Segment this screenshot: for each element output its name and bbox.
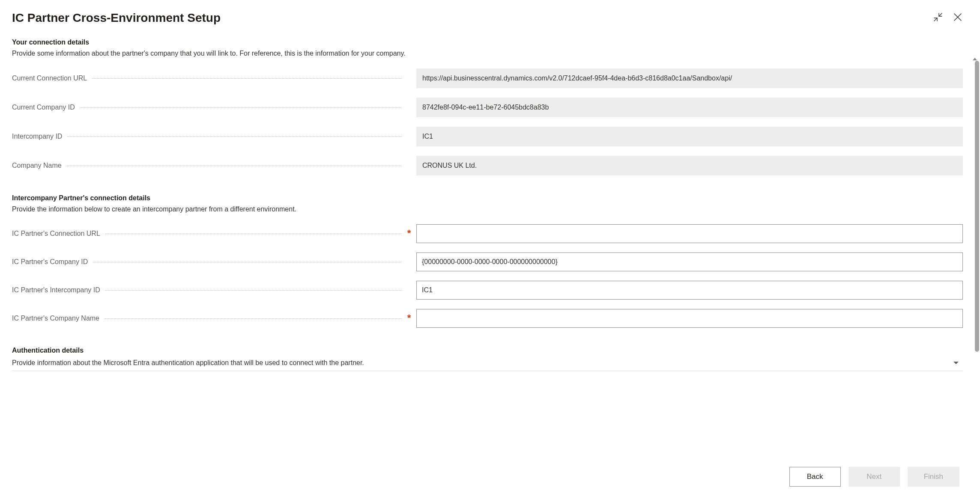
collapse-icon[interactable]: [932, 11, 944, 23]
section-title: Intercompany Partner's connection detail…: [12, 194, 963, 202]
section-your-connection: Your connection details Provide some inf…: [12, 39, 963, 175]
section-partner-connection: Intercompany Partner's connection detail…: [12, 194, 963, 328]
close-icon[interactable]: [952, 11, 964, 23]
required-mark-icon: *: [405, 312, 413, 324]
section-authentication: Authentication details Provide informati…: [12, 347, 963, 371]
value-company-name: CRONUS UK Ltd.: [416, 156, 963, 175]
scrollbar-thumb[interactable]: [975, 61, 979, 352]
next-button: Next: [849, 467, 900, 487]
label-partner-company-id: IC Partner's Company ID: [12, 258, 90, 266]
input-partner-company-name[interactable]: [416, 309, 963, 328]
value-current-company-id: 8742fe8f-094c-ee11-be72-6045bdc8a83b: [416, 98, 963, 117]
value-current-connection-url: https://api.businesscentral.dynamics.com…: [416, 68, 963, 88]
label-partner-connection-url: IC Partner's Connection URL: [12, 230, 103, 238]
section-title: Your connection details: [12, 39, 963, 46]
label-partner-intercompany-id: IC Partner's Intercompany ID: [12, 286, 103, 294]
value-intercompany-id: IC1: [416, 127, 963, 146]
page-title: IC Partner Cross-Environment Setup: [12, 11, 221, 25]
section-desc: Provide the information below to create …: [12, 205, 963, 213]
label-current-connection-url: Current Connection URL: [12, 74, 90, 82]
required-mark-icon: *: [405, 228, 413, 239]
section-desc: Provide information about the Microsoft …: [12, 359, 364, 367]
section-title: Authentication details: [12, 347, 963, 354]
finish-button: Finish: [908, 467, 959, 487]
label-current-company-id: Current Company ID: [12, 104, 78, 111]
input-partner-connection-url[interactable]: [416, 224, 963, 243]
back-button[interactable]: Back: [789, 467, 841, 487]
input-partner-intercompany-id[interactable]: [416, 281, 963, 300]
input-partner-company-id[interactable]: [416, 252, 963, 271]
section-desc: Provide some information about the partn…: [12, 50, 963, 57]
label-partner-company-name: IC Partner's Company Name: [12, 315, 102, 322]
chevron-down-icon[interactable]: [949, 358, 963, 368]
label-company-name: Company Name: [12, 162, 64, 169]
label-intercompany-id: Intercompany ID: [12, 133, 65, 140]
